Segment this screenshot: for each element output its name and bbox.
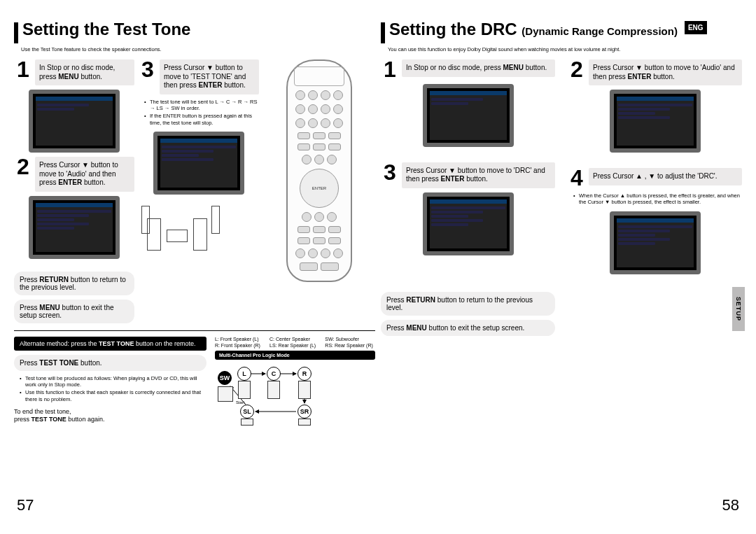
step-number: 1 [14,59,32,80]
step-2-text: Press Cursor ▼ button to move to 'Audio'… [35,157,134,192]
flow-node-sr: SR [298,405,312,419]
step-2-row: 2 Press Cursor ▼ button to move to 'Audi… [568,59,742,85]
return-instruction-r: Press RETURN button to return to the pre… [381,292,555,316]
left-columns: 1 In Stop or no disc mode, press MENU bu… [14,59,375,323]
r-step-4-text: Press Cursor ▲ , ▼ to adjust the 'DRC'. [589,168,742,185]
left-col-a: 1 In Stop or no disc mode, press MENU bu… [14,59,134,323]
step-4-row: 4 Press Cursor ▲ , ▼ to adjust the 'DRC'… [568,168,742,188]
remote-display [294,66,344,86]
end-test-tone-b: press TEST TONE button again. [14,416,206,423]
flow-node-sw: SW [218,371,232,385]
r-step-3-text: Press Cursor ▼ button to move to 'DRC' a… [402,162,555,188]
right-title-row: Setting the DRC (Dynamic Range Compressi… [381,21,742,43]
step-3-notes: The test tone will be sent to L → C → R … [139,99,259,128]
note-item: If the ENTER button is pressed again at … [144,113,259,126]
step-3-row: 3 Press Cursor ▼ button to move to 'DRC'… [381,162,555,188]
key-R: R: Front Speaker (R) [215,343,262,348]
tv-screenshot [29,90,120,153]
flow-start-label: Start [236,400,245,405]
flow-node-r: R [298,367,312,381]
flow-node-c: C [267,367,281,381]
left-col-remote [263,59,375,323]
left-footer-box: Alternate method: press the TEST TONE bu… [14,330,375,427]
flow-node-l: L [237,367,251,381]
r-step-1-text: In Stop or no disc mode, press MENU butt… [402,59,555,77]
tv-screenshot [153,132,244,195]
step-number: 3 [381,162,399,183]
note-item: When the Cursor ▲ button is pressed, the… [573,192,742,206]
step-number: 2 [14,157,32,177]
left-page-title: Setting the Test Tone [22,21,190,38]
tv-screenshot [610,211,701,274]
left-col-b: 3 Press Cursor ▼ button to move to 'TEST… [139,59,259,323]
tv-screenshot [29,196,120,259]
menu-instruction-r: Press MENU button to exit the setup scre… [381,320,555,336]
remote-control-illustration [286,59,352,282]
step-number: 2 [568,59,586,80]
step-1-row: 1 In Stop or no disc mode, press MENU bu… [381,59,555,80]
left-title-row: Setting the Test Tone [14,21,375,43]
language-badge: ENG [685,21,707,34]
right-page-title: Setting the DRC (Dynamic Range Compressi… [389,21,678,38]
title-part-b: (Dynamic Range Compression) [522,25,678,37]
page-57: Setting the Test Tone Use the Test Tone … [14,21,375,520]
remote-dpad [300,169,339,208]
step-3-text: Press Cursor ▼ button to move to 'TEST T… [160,59,259,94]
key-SW: SW: Subwoofer [325,337,375,342]
title-ornament-bar [381,22,385,43]
step-4-note: When the Cursor ▲ button is pressed, the… [568,192,742,207]
step-3-row: 3 Press Cursor ▼ button to move to 'TEST… [139,59,259,94]
speaker-key-legend: L: Front Speaker (L) C: Center Speaker S… [215,337,375,348]
step-number: 3 [139,59,157,80]
setup-side-tab: SETUP [732,287,745,331]
multichannel-mode-label: Multi-Channel Pro Logic Mode [215,351,375,360]
left-intro-text: Use the Test Tone feature to check the s… [21,46,375,52]
note-item: Test tone will be produced as follows: W… [20,375,206,388]
title-part-a: Setting the DRC [389,20,522,38]
step-1-row: 1 In Stop or no disc mode, press MENU bu… [14,59,134,85]
title-ornament-bar [14,22,18,43]
right-col-a: 1 In Stop or no disc mode, press MENU bu… [381,59,555,336]
flow-node-sl: SL [240,405,254,419]
step-2-row: 2 Press Cursor ▼ button to move to 'Audi… [14,157,134,192]
step-number: 4 [568,168,586,188]
speaker-layout-diagram [139,199,259,262]
tv-screenshot [423,84,514,147]
r-step-2-text: Press Cursor ▼ button to move to 'Audio'… [589,59,742,85]
right-columns: 1 In Stop or no disc mode, press MENU bu… [381,59,742,336]
note-item: The test tone will be sent to L → C → R … [144,99,259,112]
right-col-b: 2 Press Cursor ▼ button to move to 'Audi… [568,59,742,336]
key-RS: RS: Rear Speaker (R) [325,343,375,348]
key-L: L: Front Speaker (L) [215,337,262,342]
note-item: Use this function to check that each spe… [20,389,206,402]
speaker-flow-diagram: SW L C R SL SR Start [215,365,320,427]
tv-screenshot [610,90,701,153]
end-test-tone-a: To end the test tone, [14,408,206,416]
menu-instruction: Press MENU button to exit the setup scre… [14,300,134,323]
page-58: Setting the DRC (Dynamic Range Compressi… [381,21,742,520]
page-number-57: 57 [17,496,34,514]
step-number: 1 [381,59,399,80]
key-C: C: Center Speaker [270,337,318,342]
step-1-text: In Stop or no disc mode, press MENU butt… [35,59,134,85]
test-tone-button-instruction: Press TEST TONE button. [14,355,206,371]
two-page-spread: Setting the Test Tone Use the Test Tone … [14,21,742,520]
manual-spread: Setting the Test Tone Use the Test Tone … [0,0,756,534]
alternate-method-banner: Alternate method: press the TEST TONE bu… [14,337,206,351]
right-intro-text: You can use this function to enjoy Dolby… [388,46,742,52]
key-LS: LS: Rear Speaker (L) [270,343,318,348]
page-number-58: 58 [722,496,739,514]
return-instruction: Press RETURN button to return to the pre… [14,272,134,295]
tv-screenshot [423,192,514,255]
test-tone-notes: Test tone will be produced as follows: W… [14,375,206,405]
